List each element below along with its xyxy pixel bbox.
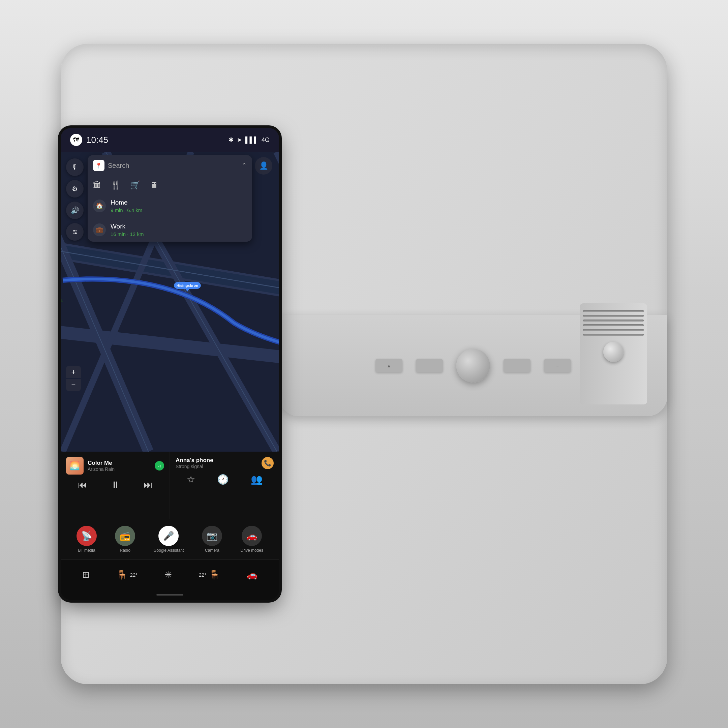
drive-modes-icon: 🚗 <box>242 526 262 546</box>
app-dock: 📡 BT media 📻 Radio 🎤 Google Assistant 📷 … <box>61 519 279 560</box>
vent-slot <box>583 329 644 331</box>
app-drive-modes[interactable]: 🚗 Drive modes <box>241 526 263 553</box>
phone-info: Anna's phone Strong signal <box>176 457 213 469</box>
music-controls: ⏮ ⏸ ⏭ <box>66 479 164 490</box>
bottom-bar: ⊞ 🪑 22° ✳ 22° 🪑 🚗 <box>61 560 279 590</box>
status-bar: 🗺 10:45 ✱ ➤ ▌▌▌ 4G <box>61 128 279 151</box>
search-header: 📍 Search ⌃ <box>88 155 252 176</box>
seat-temp-right[interactable]: 22° 🪑 <box>199 570 220 580</box>
search-chevron-icon[interactable]: ⌃ <box>242 162 247 169</box>
app-camera[interactable]: 📷 Camera <box>202 526 222 553</box>
vent-slot <box>583 324 644 326</box>
zoom-in-button[interactable]: + <box>66 366 81 378</box>
vehicle-button[interactable]: 🚗 <box>247 570 257 580</box>
location-marker: Hisingsbron <box>174 282 201 292</box>
search-overlay: 📍 Search ⌃ 🏛 🍴 🛒 🖥 🏠 Home <box>88 155 252 242</box>
voice-button[interactable]: 🎙 <box>66 158 84 176</box>
app-bt-media[interactable]: 📡 BT media <box>76 526 97 553</box>
sidebar-icons: 🎙 ⚙ 🔊 ≋ <box>66 158 84 241</box>
album-art: 🌅 <box>66 457 84 474</box>
map-area[interactable]: 🎙 ⚙ 🔊 ≋ 👤 📍 Search ⌃ 🏛 🍴 <box>61 151 279 452</box>
contacts-button[interactable]: 👥 <box>251 474 263 485</box>
music-card[interactable]: 🌅 Color Me Arizona Rain ♫ ⏮ ⏸ ⏭ <box>61 452 170 519</box>
vent-slot <box>583 334 644 336</box>
category-food-icon[interactable]: 🍴 <box>110 180 121 190</box>
maps-app-icon: 🗺 <box>70 134 82 146</box>
phone-icon: 📞 <box>262 457 274 469</box>
seat-icon-right: 🪑 <box>209 570 220 580</box>
dash-button-right[interactable]: ··· <box>544 359 571 372</box>
vehicle-icon: 🚗 <box>247 570 257 580</box>
routes-button[interactable]: ≋ <box>66 223 84 241</box>
zoom-out-button[interactable]: − <box>66 379 81 391</box>
vent-right <box>580 303 647 404</box>
home-indicator <box>61 590 279 600</box>
status-time: 10:45 <box>86 135 108 145</box>
play-pause-button[interactable]: ⏸ <box>110 479 120 490</box>
radio-label: Radio <box>120 548 130 553</box>
work-icon: 💼 <box>93 223 106 236</box>
google-assistant-icon: 🎤 <box>158 526 179 546</box>
favorites-button[interactable]: ☆ <box>187 474 195 485</box>
radio-icon: 📻 <box>115 526 135 546</box>
dash-button-center-right[interactable] <box>503 359 531 372</box>
song-title: Color Me <box>88 460 151 466</box>
phone-actions: ☆ 🕐 👥 <box>176 474 274 485</box>
home-label: Home <box>110 199 142 206</box>
vent-slot <box>583 310 644 312</box>
screen-device: 🗺 10:45 ✱ ➤ ▌▌▌ 4G <box>61 128 279 600</box>
phone-card[interactable]: Anna's phone Strong signal 📞 ☆ 🕐 👥 <box>170 452 279 519</box>
profile-button[interactable]: 👤 <box>255 157 272 174</box>
bt-media-label: BT media <box>78 548 95 553</box>
work-info: Work 16 min · 12 km <box>110 223 144 237</box>
grid-button[interactable]: ⊞ <box>82 570 90 580</box>
recent-button[interactable]: 🕐 <box>217 474 229 485</box>
fan-icon: ✳ <box>164 570 172 580</box>
category-places-icon[interactable]: 🏛 <box>93 180 101 190</box>
work-detail: 16 min · 12 km <box>110 231 144 237</box>
bottom-cards: 🌅 Color Me Arizona Rain ♫ ⏮ ⏸ ⏭ <box>61 452 279 519</box>
prev-button[interactable]: ⏮ <box>78 479 87 490</box>
car-interior: 🗺 10:45 ✱ ➤ ▌▌▌ 4G <box>0 0 728 728</box>
home-detail: 9 min · 6.4 km <box>110 207 142 213</box>
network-badge: 4G <box>262 136 270 144</box>
settings-button[interactable]: ⚙ <box>66 180 84 197</box>
seat-temp-left[interactable]: 🪑 22° <box>116 570 138 580</box>
destination-work[interactable]: 💼 Work 16 min · 12 km <box>88 218 252 242</box>
status-right: ✱ ➤ ▌▌▌ 4G <box>228 136 270 144</box>
app-google-assistant[interactable]: 🎤 Google Assistant <box>153 526 184 553</box>
bt-media-icon: 📡 <box>76 526 97 546</box>
phone-name: Anna's phone <box>176 457 213 464</box>
google-maps-icon: 📍 <box>93 160 104 171</box>
volume-button[interactable]: 🔊 <box>66 202 84 219</box>
drive-modes-label: Drive modes <box>241 548 263 553</box>
work-label: Work <box>110 223 144 230</box>
navigation-icon: ➤ <box>237 136 242 144</box>
camera-icon: 📷 <box>202 526 222 546</box>
spotify-icon: ♫ <box>155 461 164 471</box>
search-input[interactable]: Search <box>108 162 238 170</box>
dash-button-left[interactable]: ▲ <box>375 359 402 372</box>
signal-icon: ▌▌▌ <box>245 136 258 144</box>
vent-knob-right[interactable] <box>603 342 624 362</box>
next-button[interactable]: ⏭ <box>143 479 153 490</box>
destination-home[interactable]: 🏠 Home 9 min · 6.4 km <box>88 194 252 218</box>
phone-top: Anna's phone Strong signal 📞 <box>176 457 274 469</box>
home-icon: 🏠 <box>93 200 106 213</box>
camera-label: Camera <box>205 548 219 553</box>
dash-knob-center[interactable] <box>456 349 490 382</box>
category-row: 🏛 🍴 🛒 🖥 <box>88 176 252 194</box>
dash-button-center-left[interactable] <box>416 359 443 372</box>
fan-button[interactable]: ✳ <box>164 570 172 580</box>
category-shopping-icon[interactable]: 🛒 <box>130 180 140 190</box>
music-top: 🌅 Color Me Arizona Rain ♫ <box>66 457 164 474</box>
zoom-controls: + − <box>66 366 81 391</box>
temp-right-value: 22° <box>199 572 206 578</box>
vent-slot <box>583 320 644 321</box>
location-label: Hisingsbron <box>174 282 201 289</box>
phone-status: Strong signal <box>176 464 213 469</box>
category-services-icon[interactable]: 🖥 <box>150 180 158 190</box>
vent-slot <box>583 315 644 317</box>
app-radio[interactable]: 📻 Radio <box>115 526 135 553</box>
home-info: Home 9 min · 6.4 km <box>110 199 142 213</box>
